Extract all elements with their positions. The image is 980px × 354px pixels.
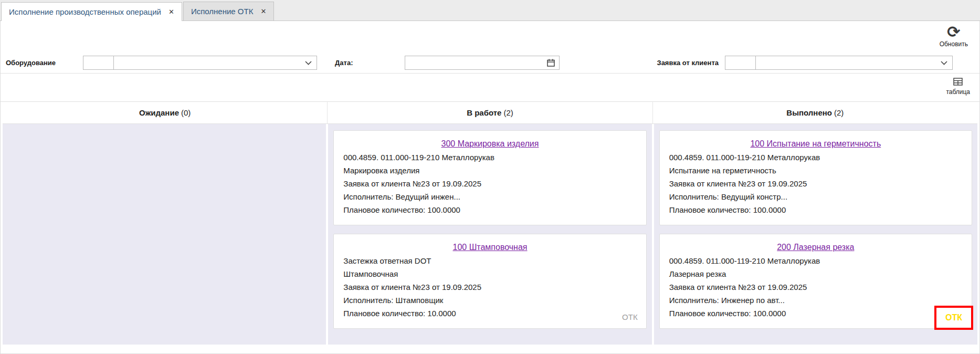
card-title-link[interactable]: 300 Маркировка изделия bbox=[441, 139, 539, 148]
card-operation: Испытание на герметичность bbox=[669, 165, 962, 176]
card-title-link[interactable]: 200 Лазерная резка bbox=[777, 243, 854, 252]
calendar-icon[interactable] bbox=[543, 59, 559, 67]
card-operation: Лазерная резка bbox=[669, 268, 962, 280]
tab-production-operations[interactable]: Исполнение производственных операций ✕ bbox=[1, 2, 182, 21]
client-request-filter bbox=[725, 56, 953, 70]
card-operation: Маркировка изделия bbox=[343, 165, 636, 176]
date-filter bbox=[405, 56, 560, 70]
otk-label: ОТК bbox=[622, 313, 638, 321]
column-waiting bbox=[3, 124, 326, 345]
board-body: 300 Маркировка изделия 000.4859. 011.000… bbox=[3, 124, 977, 345]
card-request: Заявка от клиента №23 от 19.09.2025 bbox=[669, 178, 962, 190]
tab-label: Исполнение производственных операций bbox=[9, 7, 161, 16]
column-in-progress: 300 Маркировка изделия 000.4859. 011.000… bbox=[328, 124, 651, 345]
column-count: (2) bbox=[503, 108, 513, 117]
card-title-link[interactable]: 100 Испытание на герметичность bbox=[750, 139, 881, 148]
tab-otk[interactable]: Исполнение ОТК ✕ bbox=[183, 2, 274, 20]
client-request-select[interactable] bbox=[755, 56, 953, 70]
card-executor: Исполнитель: Ведущий констр... bbox=[669, 191, 962, 203]
card-product: Застежка ответная DOT bbox=[343, 255, 636, 267]
close-icon[interactable]: ✕ bbox=[260, 7, 266, 15]
kanban-board: Ожидание(0) В работе(2) Выполнено(2) 300… bbox=[1, 102, 979, 345]
kanban-card[interactable]: 100 Штамповочная Застежка ответная DOT Ш… bbox=[333, 234, 646, 329]
client-request-label: Заявка от клиента bbox=[657, 59, 719, 67]
card-product: 000.4859. 011.000-119-210 Металлорукав bbox=[669, 152, 962, 163]
column-done: 100 Испытание на герметичность 000.4859.… bbox=[654, 124, 977, 345]
tab-content-panel: ⟳ Обновить Оборудование Дата: bbox=[0, 21, 980, 354]
column-header-done: Выполнено(2) bbox=[653, 102, 977, 123]
kanban-card[interactable]: 100 Испытание на герметичность 000.4859.… bbox=[659, 130, 972, 225]
card-product: 000.4859. 011.000-119-210 Металлорукав bbox=[343, 152, 636, 163]
card-quantity: Плановое количество: 100.0000 bbox=[669, 308, 962, 319]
kanban-card[interactable]: 200 Лазерная резка 000.4859. 011.000-119… bbox=[659, 234, 972, 329]
column-title: Выполнено bbox=[786, 108, 832, 117]
date-input[interactable] bbox=[405, 56, 543, 69]
card-quantity: Плановое количество: 10.0000 bbox=[343, 308, 636, 319]
column-title: Ожидание bbox=[139, 108, 179, 117]
close-icon[interactable]: ✕ bbox=[168, 8, 174, 16]
refresh-icon: ⟳ bbox=[940, 24, 968, 40]
card-request: Заявка от клиента №23 от 19.09.2025 bbox=[343, 178, 636, 190]
column-count: (0) bbox=[181, 108, 191, 117]
chevron-down-icon bbox=[305, 61, 312, 65]
client-request-code-input[interactable] bbox=[725, 56, 755, 70]
tab-bar: Исполнение производственных операций ✕ И… bbox=[0, 0, 980, 21]
column-header-in-progress: В работе(2) bbox=[328, 102, 652, 123]
card-product: 000.4859. 011.000-119-210 Металлорукав bbox=[669, 255, 962, 267]
equipment-filter bbox=[83, 56, 317, 70]
equipment-select[interactable] bbox=[113, 56, 317, 70]
card-executor: Исполнитель: Штамповщик bbox=[343, 295, 636, 306]
equipment-code-input[interactable] bbox=[83, 56, 113, 70]
table-view-button[interactable]: таблица bbox=[946, 78, 970, 96]
card-executor: Исполнитель: Инженер по авт... bbox=[669, 295, 962, 306]
refresh-label: Обновить bbox=[940, 40, 968, 48]
refresh-button[interactable]: ⟳ Обновить bbox=[940, 24, 968, 48]
card-quantity: Плановое количество: 100.0000 bbox=[669, 204, 962, 216]
table-icon bbox=[953, 78, 963, 86]
chevron-down-icon bbox=[941, 61, 947, 65]
table-view-label: таблица bbox=[946, 88, 970, 96]
top-toolbar: ⟳ Обновить bbox=[1, 21, 979, 53]
equipment-label: Оборудование bbox=[6, 59, 56, 67]
column-count: (2) bbox=[834, 108, 844, 117]
date-label: Дата: bbox=[335, 59, 353, 67]
card-operation: Штамповочная bbox=[343, 268, 636, 280]
filters-bar: Оборудование Дата: Заявка от клиента bbox=[1, 53, 979, 74]
tab-label: Исполнение ОТК bbox=[191, 7, 254, 16]
column-title: В работе bbox=[467, 108, 501, 117]
card-quantity: Плановое количество: 100.0000 bbox=[343, 204, 636, 216]
card-request: Заявка от клиента №23 от 19.09.2025 bbox=[669, 282, 962, 293]
card-title-link[interactable]: 100 Штамповочная bbox=[452, 243, 527, 252]
kanban-card[interactable]: 300 Маркировка изделия 000.4859. 011.000… bbox=[333, 130, 646, 225]
card-executor: Исполнитель: Ведущий инжен... bbox=[343, 191, 636, 203]
board-header: Ожидание(0) В работе(2) Выполнено(2) bbox=[3, 102, 977, 124]
column-header-waiting: Ожидание(0) bbox=[3, 102, 328, 123]
card-request: Заявка от клиента №23 от 19.09.2025 bbox=[343, 282, 636, 293]
view-toolbar: таблица bbox=[1, 74, 979, 102]
otk-highlight-badge[interactable]: ОТК bbox=[934, 306, 973, 330]
